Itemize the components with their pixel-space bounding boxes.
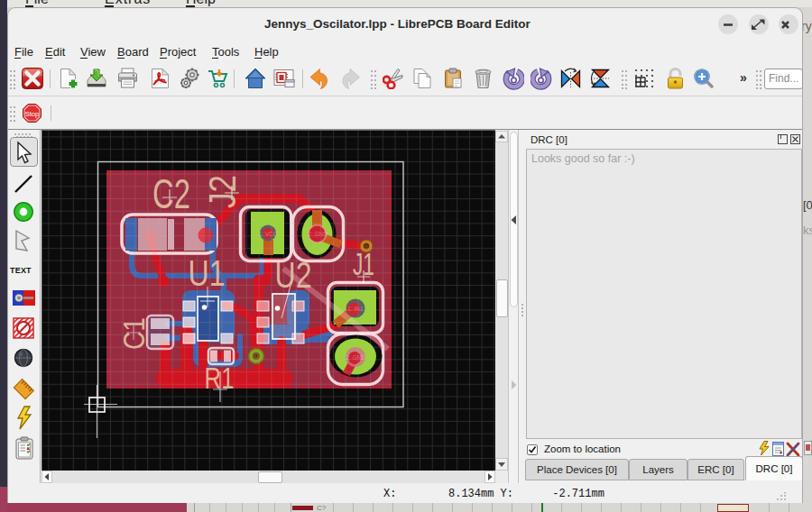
svg-text:Stop: Stop bbox=[25, 110, 39, 118]
